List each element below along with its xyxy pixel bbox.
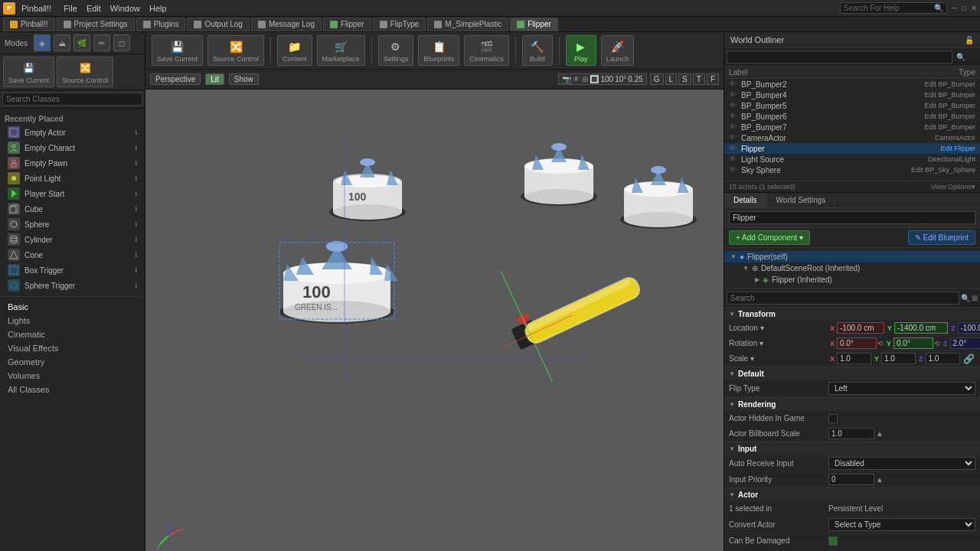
toolbar-source-btn[interactable]: 🔀 Source Control [57, 57, 113, 87]
outliner-item-bumper5[interactable]: 👁 BP_Bumper5 Edit BP_Bumper [724, 100, 980, 111]
toolbar-launch[interactable]: 🚀 Launch [601, 35, 635, 66]
toolbar-cinematics[interactable]: 🎬 Cinematics [464, 35, 509, 66]
input-priority-arrow[interactable]: ▲ [876, 475, 884, 484]
vp-icon-5[interactable]: F [707, 73, 719, 85]
toolbar-save-current[interactable]: 💾 Save Current [152, 35, 203, 66]
tab-pinball[interactable]: Pinball!! [3, 18, 55, 31]
vp-icon-3[interactable]: S [678, 73, 691, 85]
outliner-item-flipper[interactable]: 👁 Flipper Edit Flipper [724, 143, 980, 154]
transform-header[interactable]: ▼ Transform [724, 308, 980, 321]
details-search-icon[interactable]: 🔍 [961, 294, 970, 302]
place-item-point-light[interactable]: Point Light ℹ [5, 171, 140, 186]
search-classes-input[interactable] [2, 93, 142, 106]
toolbar-blueprints[interactable]: 📋 Blueprints [418, 35, 459, 66]
outliner-search-icon[interactable]: 🔍 [956, 53, 965, 61]
menu-file[interactable]: File [64, 4, 77, 13]
location-x-input[interactable] [837, 322, 884, 334]
location-y-input[interactable] [894, 322, 948, 334]
place-item-sphere-trigger[interactable]: Sphere Trigger ℹ [5, 278, 140, 293]
rendering-header[interactable]: ▼ Rendering [724, 398, 980, 411]
outliner-item-bumper6[interactable]: 👁 BP_Bumper6 Edit BP_Bumper [724, 111, 980, 122]
vp-icon-1[interactable]: G [650, 73, 664, 85]
search-for-help-input[interactable]: Search For Help [844, 4, 934, 12]
location-z-input[interactable] [958, 322, 980, 334]
mode-btn-foliage[interactable]: 🌿 [74, 34, 90, 51]
actor-hidden-checkbox[interactable] [828, 414, 838, 423]
billboard-arrow-icon[interactable]: ▲ [876, 429, 884, 438]
category-volumes[interactable]: Volumes [0, 369, 145, 383]
toolbar-source-control[interactable]: 🔀 Source Control [207, 35, 264, 66]
category-geometry[interactable]: Geometry [0, 355, 145, 369]
tab-world-settings[interactable]: World Settings [767, 193, 836, 207]
outliner-item-camera[interactable]: 👁 CameraActor CameraActor [724, 132, 980, 143]
comp-default-scene-root[interactable]: ▼ ⊕ DefaultSceneRoot (Inherited) [724, 262, 980, 274]
mode-btn-geometry[interactable]: ◻ [113, 34, 130, 51]
scale-x-input[interactable] [837, 353, 871, 364]
place-item-empty-charact[interactable]: Empty Charact ℹ [5, 140, 140, 155]
place-item-empty-actor[interactable]: Empty Actor ℹ [5, 125, 140, 140]
toolbar-content[interactable]: 📁 Content [277, 35, 312, 66]
tab-fliptype[interactable]: FlipType [373, 18, 426, 31]
outliner-lock-icon[interactable]: 🔓 [965, 36, 974, 44]
rotation-z-input[interactable] [950, 337, 980, 349]
flip-type-dropdown[interactable]: Left Right [828, 382, 975, 395]
tab-message-log[interactable]: Message Log [251, 18, 322, 31]
input-header[interactable]: ▼ Input [724, 442, 980, 455]
menu-edit[interactable]: Edit [87, 4, 101, 13]
tab-details[interactable]: Details [724, 193, 767, 207]
menu-help[interactable]: Help [149, 4, 167, 13]
toolbar-save-btn[interactable]: 💾 Save Current [3, 57, 54, 87]
convert-actor-dropdown[interactable]: Select a Type [828, 518, 975, 531]
place-item-cylinder[interactable]: Cylinder ℹ [5, 232, 140, 247]
viewport-lit-btn[interactable]: Lit [205, 73, 224, 85]
actor-name-input[interactable] [729, 211, 975, 224]
category-cinematic[interactable]: Cinematic [0, 328, 145, 341]
viewport-perspective-btn[interactable]: Perspective [150, 73, 201, 85]
category-lights[interactable]: Lights [0, 314, 145, 328]
vp-icon-4[interactable]: T [693, 73, 705, 85]
outliner-item-bumper4[interactable]: 👁 BP_Bumper4 Edit BP_Bumper [724, 90, 980, 100]
scale-chain-icon[interactable]: 🔗 [963, 354, 975, 364]
billboard-scale-input[interactable] [828, 428, 874, 439]
category-visual-effects[interactable]: Visual Effects [0, 341, 145, 355]
tab-project-settings[interactable]: Project Settings [57, 18, 135, 31]
mode-btn-brush[interactable]: ✏ [93, 34, 110, 51]
toolbar-settings[interactable]: ⚙ Settings [378, 35, 414, 66]
place-item-sphere[interactable]: Sphere ℹ [5, 217, 140, 232]
actor-header[interactable]: ▼ Actor [724, 488, 980, 501]
input-priority-input[interactable] [828, 474, 874, 485]
close-btn[interactable]: ✕ [971, 4, 977, 12]
add-component-btn[interactable]: + Add Component ▾ [729, 230, 810, 245]
default-header[interactable]: ▼ Default [724, 367, 980, 380]
details-filter-icon[interactable]: ⊞ [972, 294, 978, 302]
toolbar-build[interactable]: 🔨 Build [522, 35, 553, 66]
outliner-item-bumper7[interactable]: 👁 BP_Bumper7 Edit BP_Bumper [724, 122, 980, 132]
minimize-btn[interactable]: ─ [952, 4, 957, 12]
outliner-item-light-source[interactable]: 👁 Light Source DirectionalLight [724, 154, 980, 165]
comp-flipper-self[interactable]: ▼ ● Flipper(self) [724, 251, 980, 262]
menu-window[interactable]: Window [110, 4, 140, 13]
comp-flipper-inherited[interactable]: ▶ ◈ Flipper (Inherited) [724, 274, 980, 285]
mode-btn-select[interactable]: ◈ [34, 34, 51, 51]
place-item-empty-pawn[interactable]: Empty Pawn ℹ [5, 155, 140, 171]
rotation-x-btn[interactable]: ⟲ [877, 340, 884, 347]
outliner-search-input[interactable] [727, 51, 952, 64]
place-item-cone[interactable]: Cone ℹ [5, 247, 140, 262]
tab-simpleplastic[interactable]: M_SimplePlastic [427, 18, 508, 31]
viewport-show-btn[interactable]: Show [229, 73, 259, 85]
tab-flipper-1[interactable]: Flipper [323, 18, 371, 31]
toolbar-marketplace[interactable]: 🛒 Marketplace [317, 35, 365, 66]
tab-plugins[interactable]: Plugins [136, 18, 186, 31]
rotation-y-btn[interactable]: ⟲ [934, 340, 940, 347]
place-item-cube[interactable]: Cube ℹ [5, 201, 140, 217]
toolbar-play[interactable]: ▶ Play [566, 35, 596, 66]
scale-y-input[interactable] [881, 353, 916, 364]
rotation-y-input[interactable] [893, 337, 933, 349]
tab-flipper-2[interactable]: Flipper [510, 18, 558, 31]
viewport-canvas[interactable]: 100 [145, 90, 724, 551]
place-item-player-start[interactable]: Player Start ℹ [5, 186, 140, 201]
outliner-item-sky-sphere[interactable]: 👁 Sky Sphere Edit BP_Sky_Sphere [724, 165, 980, 175]
can-be-damaged-checkbox[interactable] [828, 536, 838, 546]
maximize-btn[interactable]: □ [962, 4, 966, 12]
outliner-item-bumper2[interactable]: 👁 BP_Bumper2 Edit BP_Bumper [724, 79, 980, 90]
